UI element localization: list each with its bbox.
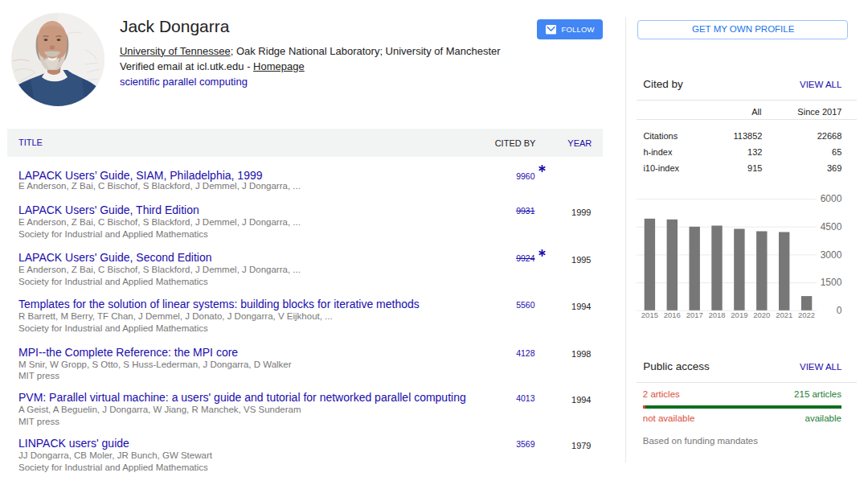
- svg-text:2022: 2022: [798, 310, 815, 319]
- svg-text:2019: 2019: [731, 310, 747, 319]
- svg-text:2018: 2018: [708, 310, 725, 319]
- svg-text:2016: 2016: [664, 310, 681, 319]
- svg-text:2020: 2020: [753, 310, 770, 319]
- svg-text:4500: 4500: [821, 221, 842, 232]
- svg-text:2017: 2017: [686, 310, 703, 319]
- svg-text:3000: 3000: [821, 249, 842, 261]
- svg-text:6000: 6000: [821, 193, 842, 204]
- svg-text:0: 0: [837, 305, 842, 316]
- svg-text:2021: 2021: [776, 310, 792, 319]
- svg-text:1500: 1500: [821, 277, 842, 288]
- svg-text:2015: 2015: [641, 310, 658, 319]
